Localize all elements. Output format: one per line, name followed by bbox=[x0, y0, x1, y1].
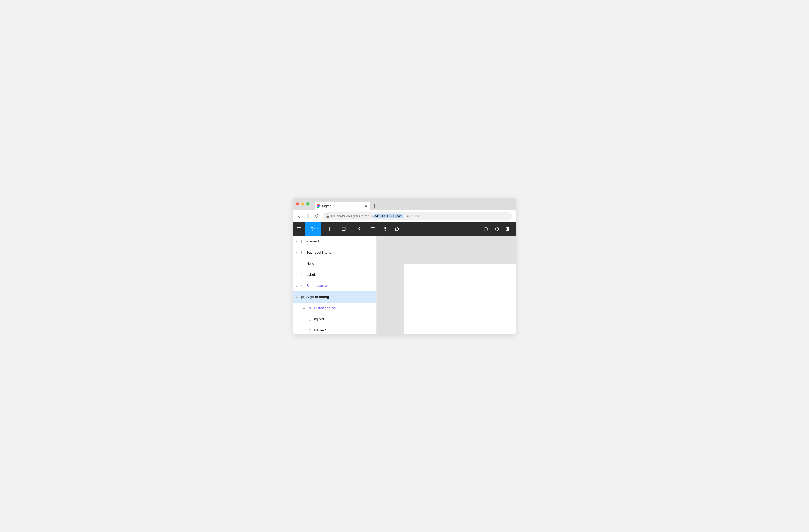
layer-row-ellipse-5[interactable]: Ellipse 5 bbox=[293, 325, 376, 334]
ellipse-icon bbox=[308, 329, 312, 332]
tab-title: Figma bbox=[322, 204, 363, 208]
frame-icon bbox=[300, 240, 304, 243]
hand-tool-button[interactable] bbox=[379, 222, 391, 236]
back-button[interactable] bbox=[297, 214, 302, 218]
svg-rect-1 bbox=[327, 216, 329, 218]
caret-right-icon: ▶ bbox=[295, 251, 298, 254]
canvas[interactable] bbox=[377, 236, 516, 334]
svg-point-0 bbox=[319, 205, 320, 207]
mask-icon[interactable] bbox=[505, 227, 510, 231]
layer-row-hello[interactable]: Hello bbox=[293, 258, 376, 269]
caret-right-icon: ▶ bbox=[295, 273, 298, 276]
rect-icon bbox=[308, 318, 312, 321]
url-selected-segment: ABCDEFG12345 bbox=[374, 214, 402, 218]
layer-label: Button / active bbox=[314, 306, 336, 310]
instance-icon bbox=[308, 307, 312, 310]
component-icon bbox=[300, 284, 304, 287]
pen-tool-button[interactable] bbox=[351, 222, 367, 236]
layer-label: Ellipse 5 bbox=[314, 329, 327, 332]
forward-button[interactable] bbox=[306, 214, 310, 218]
chevron-down-icon bbox=[348, 228, 350, 230]
layer-label: bg red bbox=[314, 317, 324, 321]
shape-tool-button[interactable] bbox=[336, 222, 351, 236]
caret-down-icon: ▼ bbox=[295, 296, 298, 298]
chevron-down-icon bbox=[363, 228, 365, 230]
url-suffix: /File-name bbox=[402, 214, 420, 218]
layers-panel: ▶ Frame 1 ▶ Top-level frame Hello bbox=[293, 236, 377, 334]
layer-label: Hello bbox=[306, 262, 314, 266]
main-menu-button[interactable] bbox=[293, 222, 305, 236]
layer-label: Sign-in dialog bbox=[306, 295, 329, 299]
svg-rect-17 bbox=[300, 285, 302, 286]
layer-row-labels[interactable]: ▶ Labels bbox=[293, 269, 376, 280]
figma-toolbar bbox=[293, 222, 516, 236]
frame-tool-icon bbox=[326, 227, 330, 231]
browser-window: Figma https://www.figma.com/file/ABCDEFG… bbox=[293, 198, 516, 334]
layer-label: Labels bbox=[306, 273, 316, 277]
reload-button[interactable] bbox=[314, 214, 319, 218]
svg-rect-11 bbox=[495, 228, 496, 230]
svg-rect-20 bbox=[309, 318, 311, 320]
caret-right-icon: ▶ bbox=[295, 240, 298, 243]
text-tool-icon bbox=[371, 227, 375, 231]
maximize-window-button[interactable] bbox=[306, 202, 309, 206]
svg-rect-8 bbox=[487, 230, 488, 231]
chevron-down-icon bbox=[332, 228, 334, 230]
layer-row-button-active-component[interactable]: ▶ Button / active bbox=[293, 280, 376, 291]
caret-right-icon: ▶ bbox=[295, 285, 298, 287]
address-bar-row: https://www.figma.com/file/ABCDEFG12345/… bbox=[293, 210, 516, 222]
text-tool-button[interactable] bbox=[367, 222, 379, 236]
svg-rect-18 bbox=[303, 285, 304, 286]
layer-row-bg-red[interactable]: bg red bbox=[293, 314, 376, 325]
figma-favicon bbox=[317, 204, 320, 208]
layer-label: Frame 1 bbox=[306, 240, 320, 243]
layer-label: Button / active bbox=[306, 284, 328, 288]
new-tab-button[interactable] bbox=[370, 201, 379, 210]
svg-rect-7 bbox=[484, 230, 485, 231]
components-icon[interactable] bbox=[495, 227, 499, 231]
svg-rect-12 bbox=[497, 228, 499, 230]
layer-row-top-level-frame[interactable]: ▶ Top-level frame bbox=[293, 247, 376, 258]
address-bar[interactable]: https://www.figma.com/file/ABCDEFG12345/… bbox=[323, 212, 512, 220]
layer-label: Top-level frame bbox=[306, 251, 331, 254]
tab-strip: Figma bbox=[293, 198, 516, 210]
text-icon bbox=[300, 262, 304, 265]
svg-rect-14 bbox=[301, 274, 304, 276]
rectangle-tool-icon bbox=[342, 227, 346, 231]
svg-point-21 bbox=[309, 329, 311, 332]
hand-tool-icon bbox=[383, 227, 387, 231]
url-text: https://www.figma.com/file/ABCDEFG12345/… bbox=[331, 214, 420, 218]
workspace: ▶ Frame 1 ▶ Top-level frame Hello bbox=[293, 236, 516, 334]
layer-row-sign-in-dialog[interactable]: ▼ Sign-in dialog bbox=[293, 291, 376, 303]
frame-tool-button[interactable] bbox=[321, 222, 336, 236]
group-icon bbox=[300, 273, 304, 276]
layer-row-frame-1[interactable]: ▶ Frame 1 bbox=[293, 236, 376, 247]
svg-rect-5 bbox=[484, 227, 485, 228]
menu-icon bbox=[297, 227, 301, 231]
comment-tool-icon bbox=[395, 227, 399, 231]
caret-right-icon: ▶ bbox=[303, 307, 306, 310]
close-window-button[interactable] bbox=[296, 202, 299, 206]
svg-rect-6 bbox=[487, 227, 488, 228]
move-tool-icon bbox=[311, 227, 315, 231]
edit-object-icon[interactable] bbox=[484, 227, 488, 231]
move-tool-button[interactable] bbox=[305, 222, 321, 236]
layer-row-button-active-instance[interactable]: ▶ Button / active bbox=[293, 303, 376, 314]
svg-rect-15 bbox=[302, 284, 303, 285]
svg-rect-19 bbox=[309, 307, 311, 309]
svg-rect-9 bbox=[496, 227, 497, 228]
frame-icon bbox=[300, 296, 304, 299]
svg-rect-16 bbox=[302, 286, 303, 287]
comment-tool-button[interactable] bbox=[391, 222, 403, 236]
close-tab-button[interactable] bbox=[365, 205, 367, 207]
artboard[interactable] bbox=[404, 264, 516, 334]
frame-icon bbox=[300, 251, 304, 254]
pen-tool-icon bbox=[357, 227, 361, 231]
svg-point-3 bbox=[359, 229, 359, 230]
chevron-down-icon bbox=[317, 228, 319, 230]
url-prefix: https://www.figma.com/file/ bbox=[331, 214, 374, 218]
minimize-window-button[interactable] bbox=[301, 202, 304, 206]
window-controls bbox=[296, 198, 314, 210]
browser-tab[interactable]: Figma bbox=[314, 201, 370, 210]
lock-icon bbox=[326, 214, 329, 218]
